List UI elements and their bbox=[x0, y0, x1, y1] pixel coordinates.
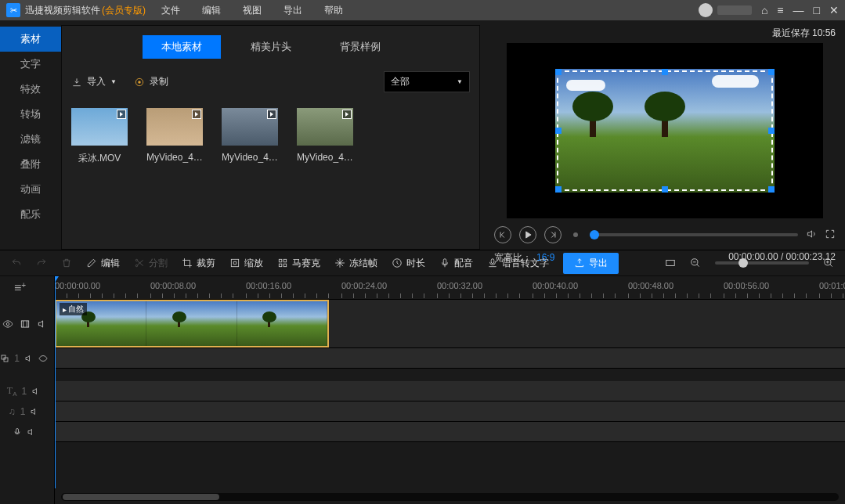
selection-box[interactable] bbox=[557, 70, 773, 191]
tab-material[interactable]: 素材 bbox=[0, 27, 61, 52]
preview-frame[interactable] bbox=[507, 43, 823, 218]
zoom-slider[interactable] bbox=[715, 261, 809, 265]
resize-handle[interactable] bbox=[555, 69, 562, 75]
mute-icon[interactable] bbox=[27, 427, 36, 437]
svg-rect-19 bbox=[16, 429, 18, 434]
mat-tab-local[interactable]: 本地素材 bbox=[143, 35, 221, 59]
resize-handle[interactable] bbox=[662, 186, 668, 193]
close-icon[interactable]: ✕ bbox=[829, 4, 839, 16]
mute-icon[interactable] bbox=[37, 319, 48, 329]
hamburger-icon[interactable]: ≡ bbox=[777, 4, 783, 16]
prev-frame-button[interactable] bbox=[494, 226, 511, 243]
playhead[interactable] bbox=[55, 276, 56, 488]
dub-button[interactable]: 配音 bbox=[439, 257, 473, 270]
tab-filter[interactable]: 滤镜 bbox=[0, 127, 61, 152]
crop-button[interactable]: 裁剪 bbox=[182, 257, 215, 270]
resize-handle[interactable] bbox=[768, 186, 775, 193]
mat-tab-bg[interactable]: 背景样例 bbox=[321, 35, 399, 59]
volume-icon[interactable] bbox=[806, 229, 817, 242]
tab-effects[interactable]: 特效 bbox=[0, 77, 61, 102]
mute-icon[interactable] bbox=[30, 407, 39, 416]
preview-canvas[interactable] bbox=[555, 69, 775, 193]
mosaic-button[interactable]: 马赛克 bbox=[277, 257, 320, 270]
redo-button[interactable] bbox=[36, 257, 47, 268]
mat-tab-intro[interactable]: 精美片头 bbox=[232, 35, 310, 59]
menu-view[interactable]: 视图 bbox=[243, 4, 262, 17]
horizontal-scrollbar[interactable] bbox=[61, 493, 839, 501]
duration-button[interactable]: 时长 bbox=[392, 257, 425, 270]
split-button[interactable]: 分割 bbox=[134, 257, 168, 270]
timeline-tracks[interactable]: 00:00:00.0000:00:08.0000:00:16.0000:00:2… bbox=[55, 276, 845, 504]
redo-icon bbox=[36, 257, 47, 268]
next-frame-button[interactable] bbox=[544, 226, 562, 243]
menu-file[interactable]: 文件 bbox=[161, 4, 180, 17]
material-item[interactable]: MyVideo_4_... bbox=[297, 108, 353, 165]
user-name-blurred bbox=[717, 5, 752, 15]
svg-rect-7 bbox=[279, 264, 282, 267]
filter-dropdown[interactable]: 全部 ▼ bbox=[384, 71, 470, 92]
play-overlay-icon bbox=[192, 110, 201, 119]
tab-overlay[interactable]: 叠附 bbox=[0, 152, 61, 177]
tab-transition[interactable]: 转场 bbox=[0, 102, 61, 127]
resize-handle[interactable] bbox=[662, 69, 668, 75]
play-button[interactable] bbox=[519, 226, 536, 243]
music-track[interactable] bbox=[55, 401, 845, 422]
scale-button[interactable]: 缩放 bbox=[229, 257, 263, 270]
menu-help[interactable]: 帮助 bbox=[324, 4, 343, 17]
scale-icon bbox=[229, 257, 240, 268]
fullscreen-icon[interactable] bbox=[825, 229, 836, 242]
svg-rect-4 bbox=[231, 259, 238, 266]
material-item[interactable]: 采冰.MOV bbox=[71, 108, 128, 165]
export-button[interactable]: 导出 bbox=[563, 253, 619, 274]
zoom-in-button[interactable] bbox=[823, 257, 834, 268]
text-track[interactable] bbox=[55, 381, 845, 401]
menu-export[interactable]: 导出 bbox=[283, 4, 302, 17]
delete-button[interactable] bbox=[61, 257, 72, 268]
menu-edit[interactable]: 编辑 bbox=[202, 4, 221, 17]
scrollbar-thumb[interactable] bbox=[63, 494, 219, 500]
resize-handle[interactable] bbox=[555, 186, 562, 193]
undo-icon bbox=[11, 257, 22, 268]
video-track[interactable]: ▸ 自然 bbox=[55, 300, 845, 348]
stt-button[interactable]: 语音转文字 bbox=[487, 257, 549, 270]
clip-label: ▸ 自然 bbox=[60, 303, 87, 315]
stop-button[interactable] bbox=[569, 229, 582, 241]
app-logo: ✂ bbox=[6, 3, 20, 17]
video-clip[interactable]: ▸ 自然 bbox=[55, 300, 329, 347]
import-button[interactable]: 导入 ▼ bbox=[71, 75, 117, 88]
home-icon[interactable]: ⌂ bbox=[761, 4, 767, 16]
add-track-button[interactable]: ≡+ bbox=[0, 276, 54, 300]
voice-track[interactable] bbox=[55, 422, 845, 442]
svg-rect-11 bbox=[491, 259, 494, 264]
track-headers: ≡+ 1 TA 1 ♫ 1 bbox=[0, 276, 55, 504]
side-tabs: 素材 文字 特效 转场 滤镜 叠附 动画 配乐 bbox=[0, 20, 61, 250]
tab-animation[interactable]: 动画 bbox=[0, 177, 61, 202]
undo-button[interactable] bbox=[11, 257, 22, 268]
time-ruler[interactable]: 00:00:00.0000:00:08.0000:00:16.0000:00:2… bbox=[55, 276, 845, 300]
edit-button[interactable]: 编辑 bbox=[86, 257, 120, 270]
material-item[interactable]: MyVideo_4_... bbox=[222, 108, 278, 165]
progress-knob[interactable] bbox=[590, 230, 599, 239]
minimize-icon[interactable]: — bbox=[793, 4, 804, 16]
snowflake-icon bbox=[334, 257, 345, 268]
fit-button[interactable] bbox=[665, 257, 676, 268]
resize-handle[interactable] bbox=[768, 69, 775, 75]
zoom-out-button[interactable] bbox=[690, 257, 701, 268]
freeze-button[interactable]: 冻结帧 bbox=[334, 257, 377, 270]
tab-text[interactable]: 文字 bbox=[0, 52, 61, 77]
overlay-track[interactable] bbox=[55, 348, 845, 369]
tab-music[interactable]: 配乐 bbox=[0, 202, 61, 227]
eye-icon[interactable] bbox=[2, 319, 13, 329]
zoom-knob[interactable] bbox=[738, 258, 748, 268]
progress-bar[interactable] bbox=[590, 233, 798, 236]
mute-icon[interactable] bbox=[31, 387, 41, 396]
record-button[interactable]: 录制 bbox=[134, 75, 168, 88]
user-account[interactable] bbox=[699, 3, 752, 17]
resize-handle[interactable] bbox=[555, 128, 562, 134]
maximize-icon[interactable]: □ bbox=[814, 4, 820, 16]
material-item[interactable]: MyVideo_4_... bbox=[146, 108, 203, 165]
mute-icon[interactable] bbox=[24, 354, 34, 363]
eye-icon[interactable] bbox=[38, 354, 48, 363]
resize-handle[interactable] bbox=[768, 128, 775, 134]
play-overlay-icon bbox=[267, 110, 276, 119]
